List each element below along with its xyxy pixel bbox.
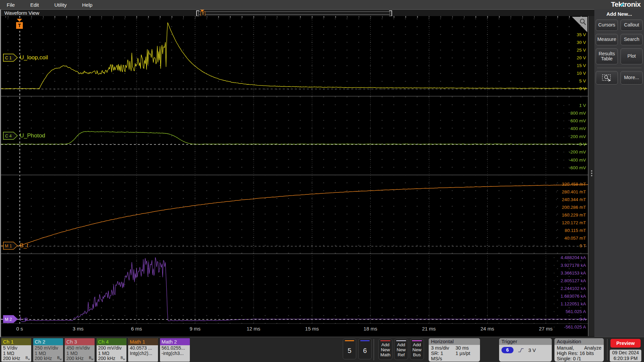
- channel-badge-title: Ch 3: [65, 338, 95, 345]
- horizontal-title: Horizontal: [429, 338, 480, 345]
- sidebar-button-callout[interactable]: Callout: [621, 19, 643, 31]
- menu-items: FileEditUtilityHelp: [7, 0, 93, 9]
- horizontal-panel[interactable]: Horizontal 3 ms/div30 ms SR: 1 MS/s1 µs/…: [429, 338, 480, 362]
- gridline-vertical: [78, 16, 78, 323]
- channel-badge-info: 200 mV/div1 MΩ200 kHzBw: [97, 345, 126, 362]
- acquisition-title: Acquisition: [554, 338, 604, 345]
- sidebar-button-search[interactable]: Search: [621, 34, 643, 45]
- menu-file[interactable]: File: [7, 2, 15, 8]
- bottom-bar-divider: [607, 339, 607, 360]
- channel-badge-math-1[interactable]: Math 140.0573 ...Intg(ch2)...: [128, 338, 158, 362]
- trigger-source-badge[interactable]: 6: [501, 347, 514, 353]
- menu-utility[interactable]: Utility: [54, 2, 67, 8]
- preview-button[interactable]: Preview: [610, 339, 641, 348]
- axis-label-math1: 280.401 mT: [556, 189, 586, 194]
- axis-label-math1: 240.344 mT: [556, 197, 586, 202]
- axis-label-ch4: 600 mV: [563, 118, 586, 123]
- time-axis-label: 12 ms: [247, 326, 260, 331]
- channel-badge-ch-3[interactable]: Ch 3450 mV/div1 MΩ200 kHzBw: [65, 338, 95, 362]
- axis-label-ch1: 25 V: [569, 48, 586, 53]
- zoom-select-button[interactable]: [596, 71, 618, 84]
- tektronix-logo: Tektronix: [611, 0, 641, 8]
- section-separator: [1, 175, 588, 175]
- channel-label-m2: I_p: [20, 316, 28, 322]
- sidebar-button-results-table[interactable]: Results Table: [596, 48, 618, 64]
- time-axis-label: 6 ms: [131, 326, 142, 331]
- sidebar-buttons: CursorsCalloutMeasureSearchResults Table…: [594, 19, 644, 64]
- axis-label-math2: 0 A: [553, 316, 586, 321]
- time-axis-label: 18 ms: [364, 326, 377, 331]
- menu-edit[interactable]: Edit: [30, 2, 39, 8]
- waveform-view-panel: Waveform View T T: [0, 9, 594, 337]
- axis-label-ch4: 1 V: [563, 103, 586, 108]
- trigger-panel[interactable]: Trigger 6 3 V: [499, 338, 552, 362]
- axis-label-ch4: -600 mV: [563, 165, 586, 170]
- scrollbar-handle[interactable]: [589, 169, 594, 177]
- channel-badge-c1[interactable]: C 1: [3, 54, 18, 63]
- waveform-view-header[interactable]: Waveform View T: [1, 9, 594, 16]
- axis-label-ch1: 30 V: [569, 40, 586, 45]
- channel-badge-c4[interactable]: C 4: [3, 132, 18, 141]
- svg-text:M 1: M 1: [5, 243, 12, 248]
- channel-badge-info: 5 V/div1 MΩ200 kHzBw: [1, 345, 31, 362]
- trigger-flag[interactable]: T: [16, 19, 23, 29]
- add-button-add-new-math[interactable]: Add New Math: [378, 339, 392, 360]
- menu-help[interactable]: Help: [82, 2, 93, 8]
- add-button-add-new-bus[interactable]: Add New Bus: [410, 339, 424, 360]
- channel-badge-ch-4[interactable]: Ch 4200 mV/div1 MΩ200 kHzBw: [97, 338, 126, 362]
- axis-label-math2: 1.122051 kA: [553, 301, 586, 306]
- channel-setting: 250 mV/div: [35, 346, 61, 351]
- sidebar-button-plot[interactable]: Plot: [621, 48, 643, 64]
- waveform-scrollbar[interactable]: [588, 16, 594, 336]
- time-axis-label: 0 s: [16, 326, 23, 331]
- channel-label-c4: U_Photod: [20, 132, 45, 139]
- time-axis-label: 21 ms: [422, 326, 436, 331]
- axis-label-ch4: 200 mV: [563, 134, 586, 139]
- menu-bar: FileEditUtilityHelp Tektronix: [0, 0, 644, 9]
- trigger-flag-t: T: [16, 22, 23, 29]
- acquisition-panel[interactable]: Acquisition Manual,Analyze High Res: 16 …: [554, 338, 604, 362]
- svg-text:C 4: C 4: [5, 134, 12, 138]
- more-button[interactable]: More...: [621, 71, 643, 84]
- channel-setting: 561.0255...: [162, 346, 188, 351]
- right-sidebar: Add New... CursorsCalloutMeasureSearchRe…: [594, 9, 644, 337]
- channel-badge-m2[interactable]: M 2: [3, 315, 18, 324]
- sidebar-button-cursors[interactable]: Cursors: [596, 19, 618, 31]
- channel-badge-ch-2[interactable]: Ch 2250 mV/div1 MΩ200 kHzBw: [33, 338, 63, 362]
- acquisition-analyze: Analyze: [584, 345, 601, 351]
- axis-label-ch1: 35 V: [569, 32, 586, 37]
- time-axis-label: 3 ms: [73, 326, 84, 331]
- sidebar-button-measure[interactable]: Measure: [596, 34, 618, 45]
- channel-setting: 1 MΩ: [35, 351, 61, 356]
- record-minimap[interactable]: T: [196, 10, 392, 16]
- axis-label-math2: 2.244102 kA: [553, 286, 586, 291]
- gridline-vertical: [137, 16, 137, 323]
- sidebar-divider: [597, 68, 641, 68]
- minimap-right-bracket[interactable]: [389, 10, 392, 16]
- axis-label-ch4: 400 mV: [563, 126, 586, 131]
- zero-reference-line: [1, 246, 588, 247]
- zoom-select-icon: [601, 73, 612, 82]
- axis-label-math1: 160.229 mT: [556, 213, 586, 218]
- channel-setting: 200 mV/div: [98, 346, 125, 351]
- channel-badge-title: Ch 1: [1, 338, 31, 345]
- main-area: Waveform View T T: [0, 9, 644, 337]
- add-button-add-new-ref[interactable]: Add New Ref: [394, 339, 408, 360]
- minimap-window[interactable]: [198, 11, 390, 15]
- channel-setting: 1 MΩ: [3, 351, 30, 356]
- trigger-flag-arrow: [17, 19, 22, 22]
- slot-color-stripe: [360, 340, 370, 341]
- minimap-trigger-flag[interactable]: T: [201, 11, 205, 16]
- channel-badge-ch-1[interactable]: Ch 15 V/div1 MΩ200 kHzBw: [1, 338, 31, 362]
- add-color-stripe: [412, 340, 422, 341]
- channel-badge-title: Ch 2: [33, 338, 63, 345]
- slot-button-5[interactable]: 5: [343, 339, 356, 359]
- channel-badge-m1[interactable]: M 1: [3, 242, 18, 251]
- slot-button-6[interactable]: 6: [358, 339, 372, 359]
- add-button-label: Add New Ref: [394, 343, 408, 358]
- channel-label-m1: B_t: [20, 242, 29, 249]
- channel-badge-math-2[interactable]: Math 2561.0255...-intg(ch3...: [160, 338, 190, 362]
- waveform-plot[interactable]: T 35 V30 V25 V20 V15 V10 V5 V0 V1 V800 m…: [1, 16, 589, 336]
- minimap-left-bracket[interactable]: [196, 10, 199, 16]
- channel-setting: 1 MΩ: [98, 351, 125, 356]
